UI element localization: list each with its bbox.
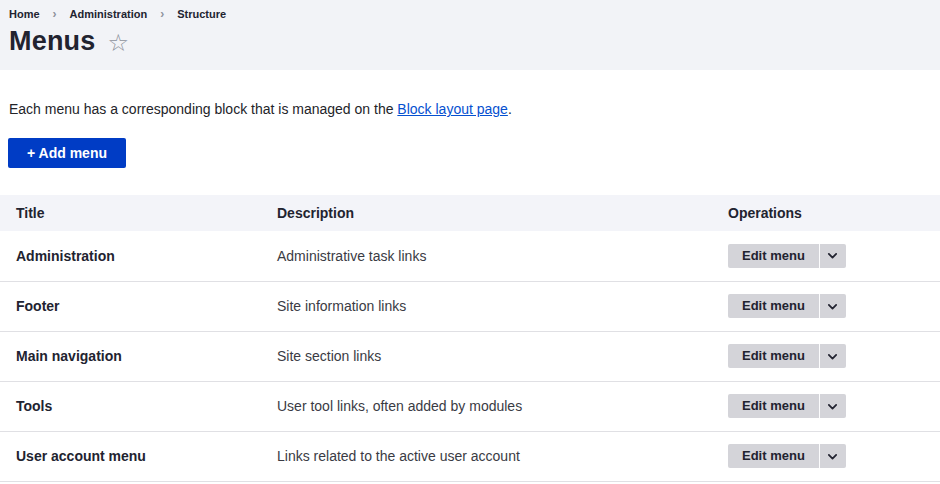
- intro-text: Each menu has a corresponding block that…: [9, 101, 931, 117]
- add-menu-button[interactable]: + Add menu: [8, 138, 126, 168]
- chevron-down-icon[interactable]: [820, 344, 846, 368]
- menu-description: Administrative task links: [261, 231, 712, 281]
- breadcrumb-separator: ›: [160, 7, 164, 21]
- page-title: Menus: [9, 26, 96, 57]
- column-header-title: Title: [0, 195, 261, 231]
- breadcrumb: Home › Administration › Structure: [9, 6, 930, 21]
- table-header-row: Title Description Operations: [0, 195, 940, 231]
- chevron-down-icon[interactable]: [820, 244, 846, 268]
- edit-menu-dropbutton: Edit menu: [728, 444, 846, 468]
- intro-text-after: .: [508, 101, 512, 117]
- breadcrumb-link-administration[interactable]: Administration: [70, 8, 148, 20]
- breadcrumb-link-structure[interactable]: Structure: [177, 8, 226, 20]
- menu-description: User tool links, often added by modules: [261, 381, 712, 431]
- edit-menu-dropbutton: Edit menu: [728, 294, 846, 318]
- menu-title: User account menu: [0, 431, 261, 481]
- edit-menu-button[interactable]: Edit menu: [728, 244, 819, 268]
- column-header-description: Description: [261, 195, 712, 231]
- table-row: User account menu Links related to the a…: [0, 431, 940, 481]
- edit-menu-dropbutton: Edit menu: [728, 344, 846, 368]
- breadcrumb-link-home[interactable]: Home: [9, 8, 40, 20]
- breadcrumb-separator: ›: [53, 7, 57, 21]
- menu-description: Links related to the active user account: [261, 431, 712, 481]
- menu-description: Site information links: [261, 281, 712, 331]
- menu-title: Administration: [0, 231, 261, 281]
- table-row: Administration Administrative task links…: [0, 231, 940, 281]
- table-row: Footer Site information links Edit menu: [0, 281, 940, 331]
- chevron-down-icon[interactable]: [820, 444, 846, 468]
- block-layout-page-link[interactable]: Block layout page: [397, 101, 508, 117]
- chevron-down-icon[interactable]: [820, 294, 846, 318]
- favorite-star-icon[interactable]: ☆: [108, 29, 130, 55]
- menu-title: Main navigation: [0, 331, 261, 381]
- edit-menu-button[interactable]: Edit menu: [728, 294, 819, 318]
- column-header-operations: Operations: [712, 195, 940, 231]
- edit-menu-dropbutton: Edit menu: [728, 244, 846, 268]
- intro-text-before: Each menu has a corresponding block that…: [9, 101, 397, 117]
- page-header: Home › Administration › Structure Menus …: [0, 0, 940, 70]
- menu-title: Tools: [0, 381, 261, 431]
- edit-menu-button[interactable]: Edit menu: [728, 344, 819, 368]
- table-row: Main navigation Site section links Edit …: [0, 331, 940, 381]
- edit-menu-button[interactable]: Edit menu: [728, 444, 819, 468]
- menu-description: Site section links: [261, 331, 712, 381]
- menus-table: Title Description Operations Administrat…: [0, 195, 940, 482]
- edit-menu-button[interactable]: Edit menu: [728, 394, 819, 418]
- menu-title: Footer: [0, 281, 261, 331]
- table-row: Tools User tool links, often added by mo…: [0, 381, 940, 431]
- chevron-down-icon[interactable]: [820, 394, 846, 418]
- edit-menu-dropbutton: Edit menu: [728, 394, 846, 418]
